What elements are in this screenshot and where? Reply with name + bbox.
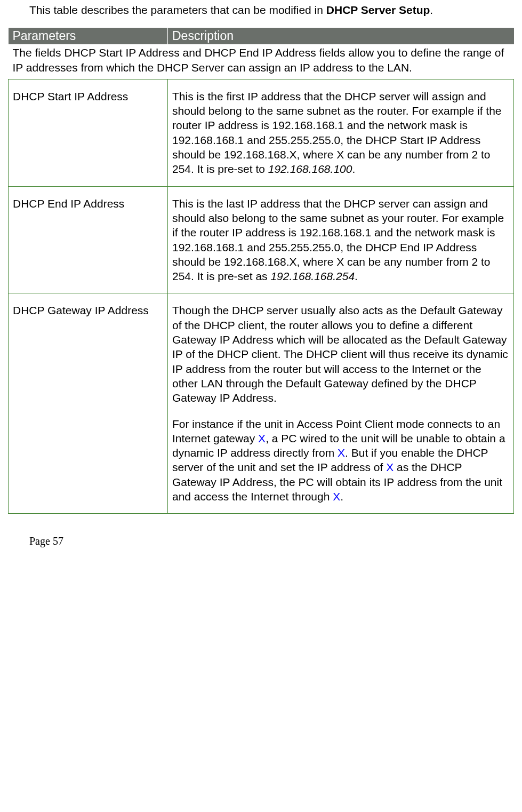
- span-row-text: The fields DHCP Start IP Address and DHC…: [9, 44, 514, 79]
- table-span-row: The fields DHCP Start IP Address and DHC…: [9, 44, 514, 79]
- param-dhcp-end: DHCP End IP Address: [9, 186, 168, 293]
- table-row: DHCP Gateway IP Address Though the DHCP …: [9, 293, 514, 514]
- desc-dhcp-end: This is the last IP address that the DHC…: [168, 186, 514, 293]
- page-number: Page 57: [29, 535, 514, 547]
- desc-dhcp-start: This is the first IP address that the DH…: [168, 79, 514, 186]
- table-row: DHCP Start IP Address This is the first …: [9, 79, 514, 186]
- intro-bold: DHCP Server Setup: [326, 4, 430, 16]
- table-row: DHCP End IP Address This is the last IP …: [9, 186, 514, 293]
- header-parameters: Parameters: [9, 28, 168, 44]
- param-dhcp-start: DHCP Start IP Address: [9, 79, 168, 186]
- desc-dhcp-gateway: Though the DHCP server usually also acts…: [168, 293, 514, 514]
- param-dhcp-gateway: DHCP Gateway IP Address: [9, 293, 168, 514]
- parameters-table: Parameters Description The fields DHCP S…: [8, 28, 514, 514]
- intro-text-after: .: [430, 4, 433, 16]
- header-description: Description: [168, 28, 514, 44]
- intro-text-before: This table describes the parameters that…: [29, 4, 326, 16]
- intro-paragraph: This table describes the parameters that…: [29, 3, 493, 17]
